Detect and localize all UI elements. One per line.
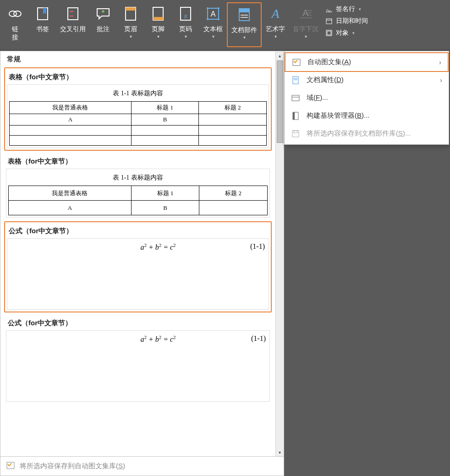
gallery-item-formula-1[interactable]: 公式（for中文章节） a2 + b2 = c2 (1-1) [4, 221, 272, 312]
ribbon-right-stack: 签名行 ▾ 日期和时间 对象 ▾ [322, 2, 371, 40]
object-button[interactable]: 对象 ▾ [323, 28, 370, 38]
autotext-icon [292, 59, 301, 66]
chevron-down-icon: ▾ [359, 7, 361, 11]
svg-rect-36 [293, 59, 300, 66]
date-time-label: 日期和时间 [336, 17, 368, 25]
page-number-icon: # [179, 5, 192, 23]
save-to-autotext-button[interactable]: 将所选内容保存到自动图文集库(S) [0, 456, 284, 476]
bookmark-label: 书签 [36, 25, 49, 33]
scroll-down-arrow[interactable]: ▾ [276, 448, 284, 456]
cross-reference-label: 交叉引用 [60, 25, 86, 33]
scrollbar[interactable]: ▴ ▾ [275, 51, 284, 456]
formula-equation: a2 + b2 = c2 [140, 334, 176, 344]
bookmark-button[interactable]: 书签 [29, 2, 56, 47]
svg-point-1 [14, 11, 21, 16]
svg-text:A: A [270, 6, 280, 21]
header-icon [124, 5, 137, 23]
signature-line-label: 签名行 [336, 5, 355, 13]
svg-rect-34 [327, 31, 331, 35]
cross-reference-button[interactable]: 交叉引用 [56, 2, 89, 47]
submenu-label: 域(F)... [307, 93, 328, 102]
submenu-save-to-parts: 将所选内容保存到文档部件库(S)... [285, 125, 449, 142]
comment-label: 批注 [97, 25, 110, 33]
formula-equation: a2 + b2 = c2 [140, 242, 176, 252]
chevron-down-icon: ▾ [130, 34, 132, 39]
svg-point-16 [207, 7, 209, 9]
signature-icon [325, 5, 333, 13]
chevron-down-icon: ▾ [185, 34, 187, 39]
svg-rect-45 [294, 131, 297, 133]
gallery-item-table-1[interactable]: 表格（for中文章节） 表 1-1 表标题内容 我是普通表格标题 1标题 2 A… [4, 67, 272, 151]
scroll-up-arrow[interactable]: ▴ [276, 51, 284, 60]
wordart-button[interactable]: A 艺术字 ▾ [262, 2, 289, 47]
svg-rect-9 [126, 7, 136, 11]
doc-property-icon [291, 76, 300, 84]
svg-rect-43 [293, 112, 295, 120]
gallery-footer-label: 将所选内容保存到自动图文集库(S) [20, 462, 125, 471]
svg-rect-3 [68, 8, 78, 20]
drop-cap-button[interactable]: A 首字下沉 ▾ [289, 2, 322, 47]
formula-number: (1-1) [250, 242, 265, 251]
drop-cap-icon: A [298, 5, 313, 23]
gallery-item-preview: 表 1-1 表标题内容 我是普通表格标题 1标题 2 AB [7, 84, 269, 148]
save-icon [291, 130, 300, 137]
svg-rect-31 [326, 19, 332, 24]
quick-parts-gallery: 常规 表格（for中文章节） 表 1-1 表标题内容 我是普通表格标题 1标题 … [0, 51, 284, 476]
document-parts-label: 文档部件 [231, 26, 257, 34]
gallery-item-preview: a2 + b2 = c2 (1-1) [7, 238, 269, 310]
formula-number: (1-1) [251, 334, 266, 343]
submenu-building-blocks[interactable]: 构建基块管理器(B)... [285, 107, 449, 125]
submenu-label: 自动图文集(A) [307, 58, 351, 66]
signature-line-button[interactable]: 签名行 ▾ [323, 4, 370, 14]
document-parts-icon [236, 5, 252, 24]
svg-rect-44 [292, 131, 299, 137]
table-row: AB [9, 201, 268, 215]
building-blocks-icon [291, 112, 300, 120]
textbox-button[interactable]: A 文本框 ▾ [199, 2, 227, 47]
link-icon [7, 5, 23, 23]
page-number-button[interactable]: # 页码 ▾ [172, 2, 199, 47]
document-parts-button[interactable]: 文档部件 ▾ [227, 2, 262, 47]
comment-button[interactable]: 批注 [89, 2, 117, 47]
table-row [10, 126, 267, 136]
gallery-item-title: 公式（for中文章节） [7, 224, 269, 238]
gallery-scroll[interactable]: 常规 表格（for中文章节） 表 1-1 表标题内容 我是普通表格标题 1标题 … [0, 51, 284, 456]
table-row: AB [10, 114, 267, 126]
submenu-label: 将所选内容保存到文档部件库(S)... [307, 129, 411, 138]
submenu-label: 文档属性(D) [307, 76, 344, 84]
comment-icon [95, 5, 111, 23]
svg-rect-35 [7, 462, 14, 469]
page-number-label: 页码 [179, 25, 192, 33]
table-row [10, 136, 267, 146]
footer-icon [151, 5, 165, 23]
table-row: 我是普通表格标题 1标题 2 [10, 102, 267, 114]
wordart-icon: A [268, 5, 283, 23]
textbox-icon: A [205, 5, 221, 23]
submenu-field[interactable]: 域(F)... [285, 89, 449, 107]
header-button[interactable]: 页眉 ▾ [117, 2, 144, 47]
wordart-label: 艺术字 [266, 25, 285, 33]
chevron-right-icon: › [440, 76, 442, 84]
ribbon-toolbar: 链 接 书签 交叉引用 批注 页眉 ▾ 页脚 ▾ # 页码 [0, 0, 450, 50]
svg-rect-11 [153, 17, 163, 20]
preview-table: 我是普通表格标题 1标题 2 AB [9, 101, 267, 146]
cross-reference-icon [65, 5, 81, 23]
submenu-autotext[interactable]: 自动图文集(A) › [285, 52, 449, 72]
preview-table: 我是普通表格标题 1标题 2 AB [8, 186, 268, 215]
gallery-item-formula-2[interactable]: 公式（for中文章节） a2 + b2 = c2 (1-1) [4, 314, 272, 404]
submenu-label: 构建基块管理器(B)... [307, 111, 370, 120]
object-icon [325, 29, 333, 37]
link-button[interactable]: 链 接 [1, 2, 29, 47]
submenu-doc-property[interactable]: 文档属性(D) › [285, 71, 449, 89]
date-time-button[interactable]: 日期和时间 [323, 16, 370, 26]
gallery-item-title: 表格（for中文章节） [7, 70, 269, 84]
chevron-right-icon: › [439, 58, 441, 66]
svg-rect-37 [293, 77, 298, 84]
svg-point-19 [218, 18, 220, 20]
gallery-item-preview: a2 + b2 = c2 (1-1) [6, 330, 270, 402]
field-icon [291, 95, 300, 101]
gallery-item-table-2[interactable]: 表格（for中文章节） 表 1-1 表标题内容 我是普通表格标题 1标题 2 A… [4, 153, 272, 219]
scrollbar-thumb[interactable] [277, 60, 283, 143]
document-parts-submenu: 自动图文集(A) › 文档属性(D) › 域(F)... 构建基块管理器(B).… [284, 51, 449, 145]
footer-button[interactable]: 页脚 ▾ [144, 2, 172, 47]
